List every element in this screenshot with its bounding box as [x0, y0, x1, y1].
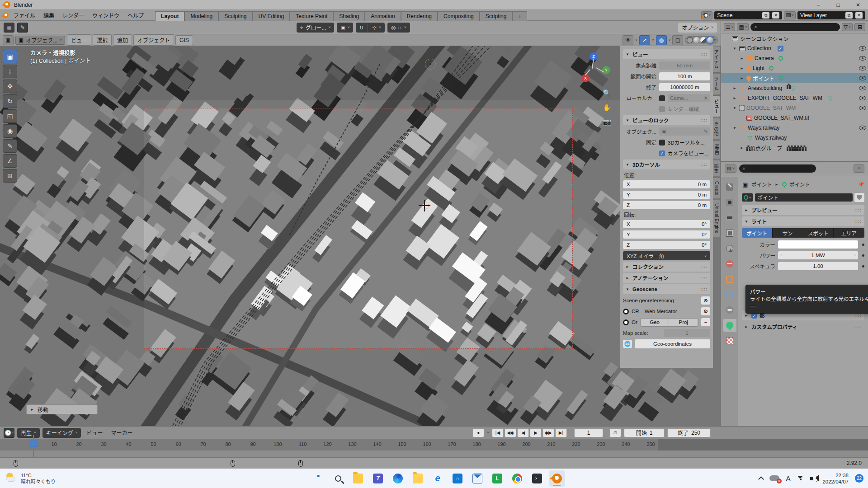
n-panel-tab[interactable]: Create: [713, 178, 721, 199]
outliner-row[interactable]: ► ポイント: [721, 73, 868, 83]
hide-eye-icon[interactable]: [859, 126, 866, 130]
properties-search-input[interactable]: ⌕: [739, 164, 816, 173]
outliner-row[interactable]: ► Areas:building: [721, 83, 868, 93]
onedrive-error-icon[interactable]: [769, 475, 779, 481]
n-panel-tab[interactable]: 編集: [713, 160, 721, 177]
next-keyframe-button[interactable]: ◆▶: [542, 428, 554, 437]
menu-item[interactable]: 編集: [39, 10, 58, 20]
proj-button[interactable]: Proj: [669, 319, 698, 326]
options-dropdown[interactable]: オプション˅: [678, 23, 717, 33]
move-tool[interactable]: ✥: [3, 80, 17, 93]
auto-keyframe-icon[interactable]: ●: [472, 428, 484, 437]
workspace-tab[interactable]: Animation: [365, 11, 401, 21]
outliner-viewlayer-icon[interactable]: ▤˅: [737, 23, 749, 31]
properties-tab[interactable]: [723, 319, 736, 332]
workspace-tab[interactable]: Rendering: [401, 11, 438, 21]
pin-icon[interactable]: 📌: [858, 181, 864, 188]
workspace-tab[interactable]: Compositing: [438, 11, 480, 21]
material-shading-icon[interactable]: [700, 37, 707, 43]
cursor-rotation-field[interactable]: X0°: [623, 220, 710, 228]
custom-properties-header[interactable]: ►カスタムプロパティ::::: [742, 322, 864, 332]
jump-to-start-button[interactable]: |◀: [492, 428, 504, 437]
editor-switch-icon[interactable]: ▣: [3, 35, 14, 45]
taskbar-app-icon[interactable]: e: [429, 470, 446, 487]
taskbar-app-icon[interactable]: [350, 470, 366, 487]
keying-menu[interactable]: キーイング˅: [42, 428, 81, 438]
collection-checkbox[interactable]: ✓: [778, 46, 783, 52]
prev-keyframe-button[interactable]: ◀◆: [505, 428, 516, 437]
snap-group[interactable]: ∪⊹˅: [356, 23, 385, 33]
pan-icon[interactable]: ✋: [603, 103, 611, 112]
properties-tab[interactable]: [723, 273, 736, 286]
navigation-gizmo[interactable]: Z Y X: [578, 52, 614, 89]
cursor-location-field[interactable]: Z0 m: [623, 201, 710, 209]
light-type-tab[interactable]: ポイント: [742, 228, 773, 238]
transform-orientation-dropdown[interactable]: ⌖グロー...˅: [297, 23, 334, 33]
taskbar-app-icon[interactable]: >_: [529, 470, 545, 487]
menu-item[interactable]: レンダー: [58, 10, 88, 20]
clear-georef-button[interactable]: ⊗: [701, 296, 710, 305]
color-swatch[interactable]: [778, 240, 858, 249]
notification-badge[interactable]: 22: [855, 474, 863, 483]
operator-panel[interactable]: ►移動: [26, 404, 98, 414]
properties-tab[interactable]: [723, 227, 736, 239]
scale-tool[interactable]: ◱: [3, 109, 17, 123]
menu-item[interactable]: ウィンドウ: [88, 10, 123, 20]
light-type-tab[interactable]: スポット: [803, 228, 834, 238]
maximize-button[interactable]: □: [828, 0, 848, 9]
workspace-tab[interactable]: Sculpting: [218, 11, 252, 21]
playback-menu[interactable]: 再生˅: [17, 428, 40, 438]
properties-tab[interactable]: [723, 211, 736, 224]
grease-pencil-icon[interactable]: ✎: [17, 23, 28, 33]
taskbar-app-icon[interactable]: [509, 470, 525, 487]
timeline-editor-icon[interactable]: 🕑˅: [4, 428, 14, 438]
new-scene-icon[interactable]: ⧉: [762, 12, 769, 19]
zoom-icon[interactable]: 🔍: [603, 89, 611, 97]
outliner-display-mode-icon[interactable]: ☰˅: [724, 23, 735, 31]
solid-shading-icon[interactable]: [693, 37, 700, 43]
viewport-menu-item[interactable]: ビュー: [67, 34, 91, 46]
taskbar-app-icon[interactable]: [330, 470, 346, 487]
focal-field[interactable]: 50 mm: [659, 61, 710, 70]
workspace-tab[interactable]: UV Editing: [253, 11, 290, 21]
volume-icon[interactable]: [810, 477, 813, 480]
weather-widget[interactable]: 11°C晴れ時々くもり: [0, 472, 99, 485]
timeline-track[interactable]: [0, 450, 868, 458]
play-button[interactable]: ▶: [530, 428, 542, 437]
map-scale-field[interactable]: 1: [664, 329, 710, 337]
viewport-menu-item[interactable]: 選択: [93, 34, 112, 46]
local-camera-checkbox[interactable]: [659, 95, 665, 101]
taskbar-app-icon[interactable]: T: [370, 470, 386, 487]
view-lock-section-header[interactable]: ▼ビューのロック::::: [623, 115, 710, 125]
outliner-row[interactable]: シーンコレクション: [721, 33, 868, 43]
clip-end-field[interactable]: 10000000 m: [659, 83, 710, 91]
frame-end-field[interactable]: 終了250: [667, 428, 711, 437]
scene-field[interactable]: Scene⧉✕: [714, 11, 782, 19]
outliner-row[interactable]: Ways:railway: [721, 133, 868, 143]
timeline-marker-menu[interactable]: マーカー: [108, 429, 135, 436]
transform-tool[interactable]: ◉: [3, 124, 17, 138]
ime-indicator[interactable]: A: [786, 474, 790, 482]
hide-eye-icon[interactable]: [859, 76, 866, 80]
annotate-tool[interactable]: ✎: [3, 139, 17, 153]
collections-section-header[interactable]: ►コレクション::::: [623, 262, 710, 272]
fake-user-shield-icon[interactable]: [854, 193, 864, 202]
pivot-point-dropdown[interactable]: ◉˅: [337, 23, 353, 33]
eyedropper-icon[interactable]: ✎: [703, 128, 708, 135]
axis-y-ball[interactable]: Y: [602, 66, 610, 74]
origin-radio[interactable]: [623, 319, 629, 325]
hide-eye-icon[interactable]: [859, 86, 866, 90]
rendered-shading-icon[interactable]: [707, 37, 713, 43]
properties-tab[interactable]: [723, 334, 736, 347]
crs-radio[interactable]: [623, 309, 629, 314]
hide-eye-icon[interactable]: [859, 56, 866, 61]
gizmos-toggle-icon[interactable]: ↗: [639, 35, 650, 45]
light-object-gizmo[interactable]: [425, 59, 436, 70]
properties-tab[interactable]: [723, 181, 736, 193]
properties-tab[interactable]: [723, 242, 736, 255]
minimize-button[interactable]: –: [808, 0, 828, 9]
use-preview-range-icon[interactable]: ⏱: [609, 428, 621, 437]
outliner-row[interactable]: ▼ Collection ✓: [721, 43, 868, 53]
delete-scene-icon[interactable]: ✕: [772, 12, 779, 19]
editor-type-icon[interactable]: ▦: [4, 23, 14, 33]
